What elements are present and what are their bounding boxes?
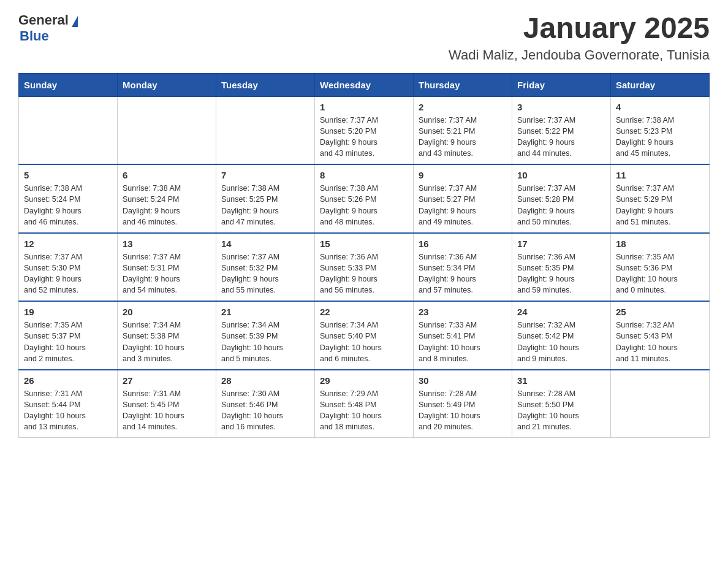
calendar-cell: 18Sunrise: 7:35 AM Sunset: 5:36 PM Dayli… — [611, 233, 710, 302]
day-of-week-header: Friday — [512, 73, 611, 96]
day-of-week-header: Wednesday — [315, 73, 414, 96]
day-info: Sunrise: 7:32 AM Sunset: 5:43 PM Dayligh… — [616, 320, 704, 364]
calendar-cell: 5Sunrise: 7:38 AM Sunset: 5:24 PM Daylig… — [19, 164, 118, 233]
day-of-week-header: Sunday — [19, 73, 118, 96]
day-info: Sunrise: 7:30 AM Sunset: 5:46 PM Dayligh… — [221, 388, 309, 433]
title-section: January 2025 Wadi Maliz, Jendouba Govern… — [449, 12, 710, 63]
day-number: 27 — [123, 375, 211, 386]
day-number: 22 — [320, 307, 408, 317]
day-number: 6 — [123, 170, 211, 180]
day-of-week-header: Tuesday — [216, 73, 315, 96]
day-info: Sunrise: 7:32 AM Sunset: 5:42 PM Dayligh… — [517, 320, 605, 364]
day-number: 19 — [24, 307, 112, 317]
calendar-cell: 3Sunrise: 7:37 AM Sunset: 5:22 PM Daylig… — [512, 96, 611, 164]
calendar-cell: 19Sunrise: 7:35 AM Sunset: 5:37 PM Dayli… — [19, 301, 118, 370]
calendar-week-row: 12Sunrise: 7:37 AM Sunset: 5:30 PM Dayli… — [19, 233, 710, 302]
calendar-cell — [216, 96, 315, 164]
day-number: 11 — [616, 170, 704, 180]
day-number: 24 — [517, 307, 605, 317]
day-number: 21 — [221, 307, 309, 317]
day-info: Sunrise: 7:34 AM Sunset: 5:39 PM Dayligh… — [221, 320, 309, 364]
calendar-cell: 13Sunrise: 7:37 AM Sunset: 5:31 PM Dayli… — [118, 233, 216, 302]
day-number: 17 — [517, 239, 605, 249]
day-info: Sunrise: 7:34 AM Sunset: 5:38 PM Dayligh… — [123, 320, 211, 364]
logo-general-text: General — [18, 12, 69, 28]
day-info: Sunrise: 7:31 AM Sunset: 5:45 PM Dayligh… — [123, 388, 211, 433]
logo-triangle-icon — [72, 16, 78, 27]
location-subtitle: Wadi Maliz, Jendouba Governorate, Tunisi… — [449, 47, 710, 63]
calendar-week-row: 26Sunrise: 7:31 AM Sunset: 5:44 PM Dayli… — [19, 370, 710, 438]
calendar-cell: 23Sunrise: 7:33 AM Sunset: 5:41 PM Dayli… — [414, 301, 512, 370]
calendar-cell — [611, 370, 710, 438]
day-info: Sunrise: 7:38 AM Sunset: 5:25 PM Dayligh… — [221, 183, 309, 228]
day-number: 9 — [419, 170, 507, 180]
day-info: Sunrise: 7:28 AM Sunset: 5:49 PM Dayligh… — [419, 388, 507, 433]
day-info: Sunrise: 7:36 AM Sunset: 5:34 PM Dayligh… — [419, 251, 507, 296]
calendar-cell — [19, 96, 118, 164]
day-number: 12 — [24, 239, 112, 249]
day-info: Sunrise: 7:37 AM Sunset: 5:30 PM Dayligh… — [24, 251, 112, 296]
calendar-week-row: 1Sunrise: 7:37 AM Sunset: 5:20 PM Daylig… — [19, 96, 710, 164]
calendar-cell: 27Sunrise: 7:31 AM Sunset: 5:45 PM Dayli… — [118, 370, 216, 438]
day-info: Sunrise: 7:34 AM Sunset: 5:40 PM Dayligh… — [320, 320, 408, 364]
day-info: Sunrise: 7:35 AM Sunset: 5:37 PM Dayligh… — [24, 320, 112, 364]
calendar-cell: 9Sunrise: 7:37 AM Sunset: 5:27 PM Daylig… — [414, 164, 512, 233]
logo: General Blue — [18, 12, 78, 44]
month-title: January 2025 — [449, 12, 710, 45]
day-number: 31 — [517, 375, 605, 386]
day-info: Sunrise: 7:36 AM Sunset: 5:33 PM Dayligh… — [320, 251, 408, 296]
day-number: 18 — [616, 239, 704, 249]
calendar-cell: 8Sunrise: 7:38 AM Sunset: 5:26 PM Daylig… — [315, 164, 414, 233]
day-number: 20 — [123, 307, 211, 317]
day-number: 16 — [419, 239, 507, 249]
day-of-week-header: Monday — [118, 73, 216, 96]
calendar-cell: 29Sunrise: 7:29 AM Sunset: 5:48 PM Dayli… — [315, 370, 414, 438]
day-info: Sunrise: 7:37 AM Sunset: 5:28 PM Dayligh… — [517, 183, 605, 228]
calendar-cell: 7Sunrise: 7:38 AM Sunset: 5:25 PM Daylig… — [216, 164, 315, 233]
calendar-cell: 2Sunrise: 7:37 AM Sunset: 5:21 PM Daylig… — [414, 96, 512, 164]
day-info: Sunrise: 7:38 AM Sunset: 5:26 PM Dayligh… — [320, 183, 408, 228]
day-number: 25 — [616, 307, 704, 317]
calendar-week-row: 19Sunrise: 7:35 AM Sunset: 5:37 PM Dayli… — [19, 301, 710, 370]
day-info: Sunrise: 7:37 AM Sunset: 5:21 PM Dayligh… — [419, 115, 507, 159]
day-info: Sunrise: 7:31 AM Sunset: 5:44 PM Dayligh… — [24, 388, 112, 433]
day-info: Sunrise: 7:35 AM Sunset: 5:36 PM Dayligh… — [616, 251, 704, 296]
day-info: Sunrise: 7:37 AM Sunset: 5:31 PM Dayligh… — [123, 251, 211, 296]
calendar-cell: 26Sunrise: 7:31 AM Sunset: 5:44 PM Dayli… — [19, 370, 118, 438]
calendar-cell: 16Sunrise: 7:36 AM Sunset: 5:34 PM Dayli… — [414, 233, 512, 302]
calendar-cell: 15Sunrise: 7:36 AM Sunset: 5:33 PM Dayli… — [315, 233, 414, 302]
calendar-cell: 20Sunrise: 7:34 AM Sunset: 5:38 PM Dayli… — [118, 301, 216, 370]
day-number: 13 — [123, 239, 211, 249]
day-number: 10 — [517, 170, 605, 180]
calendar-cell: 6Sunrise: 7:38 AM Sunset: 5:24 PM Daylig… — [118, 164, 216, 233]
day-number: 7 — [221, 170, 309, 180]
calendar-cell: 24Sunrise: 7:32 AM Sunset: 5:42 PM Dayli… — [512, 301, 611, 370]
calendar-cell: 1Sunrise: 7:37 AM Sunset: 5:20 PM Daylig… — [315, 96, 414, 164]
calendar-cell: 21Sunrise: 7:34 AM Sunset: 5:39 PM Dayli… — [216, 301, 315, 370]
day-info: Sunrise: 7:29 AM Sunset: 5:48 PM Dayligh… — [320, 388, 408, 433]
day-number: 8 — [320, 170, 408, 180]
calendar-cell: 30Sunrise: 7:28 AM Sunset: 5:49 PM Dayli… — [414, 370, 512, 438]
day-info: Sunrise: 7:37 AM Sunset: 5:29 PM Dayligh… — [616, 183, 704, 228]
day-number: 1 — [320, 102, 408, 112]
day-info: Sunrise: 7:38 AM Sunset: 5:23 PM Dayligh… — [616, 115, 704, 159]
day-info: Sunrise: 7:36 AM Sunset: 5:35 PM Dayligh… — [517, 251, 605, 296]
day-number: 14 — [221, 239, 309, 249]
day-number: 15 — [320, 239, 408, 249]
calendar-cell: 4Sunrise: 7:38 AM Sunset: 5:23 PM Daylig… — [611, 96, 710, 164]
calendar-cell: 25Sunrise: 7:32 AM Sunset: 5:43 PM Dayli… — [611, 301, 710, 370]
day-number: 26 — [24, 375, 112, 386]
calendar-cell: 11Sunrise: 7:37 AM Sunset: 5:29 PM Dayli… — [611, 164, 710, 233]
day-info: Sunrise: 7:37 AM Sunset: 5:22 PM Dayligh… — [517, 115, 605, 159]
day-info: Sunrise: 7:33 AM Sunset: 5:41 PM Dayligh… — [419, 320, 507, 364]
calendar-header-row: SundayMondayTuesdayWednesdayThursdayFrid… — [19, 73, 710, 96]
day-number: 5 — [24, 170, 112, 180]
day-number: 30 — [419, 375, 507, 386]
calendar-cell: 31Sunrise: 7:28 AM Sunset: 5:50 PM Dayli… — [512, 370, 611, 438]
page-header: General Blue January 2025 Wadi Maliz, Je… — [18, 12, 710, 63]
day-number: 28 — [221, 375, 309, 386]
day-info: Sunrise: 7:38 AM Sunset: 5:24 PM Dayligh… — [24, 183, 112, 228]
day-number: 2 — [419, 102, 507, 112]
calendar-cell: 28Sunrise: 7:30 AM Sunset: 5:46 PM Dayli… — [216, 370, 315, 438]
day-number: 3 — [517, 102, 605, 112]
